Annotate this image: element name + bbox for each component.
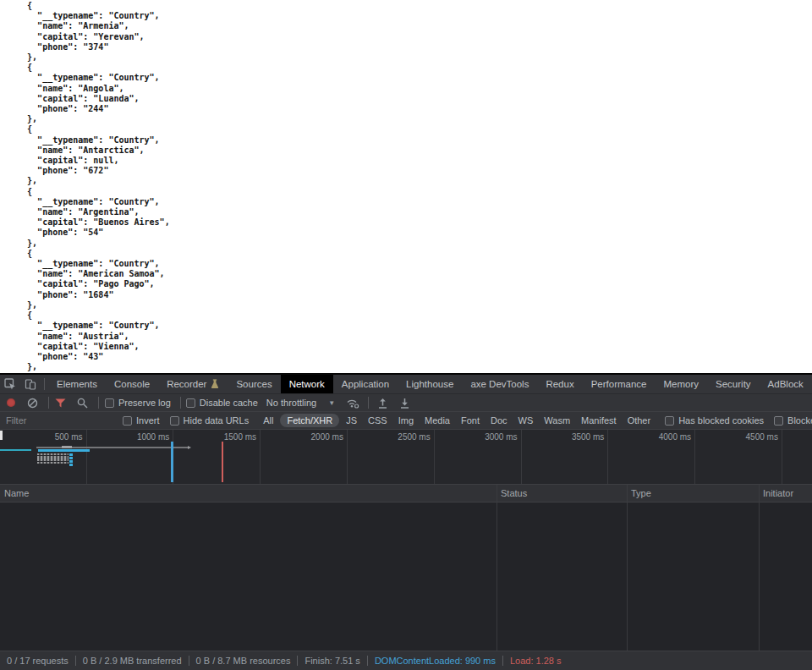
column-header-name[interactable]: Name xyxy=(0,485,497,502)
pill-ws[interactable]: WS xyxy=(514,414,538,427)
pill-all[interactable]: All xyxy=(259,414,277,427)
tab-label: Redux xyxy=(546,379,573,389)
pill-other[interactable]: Other xyxy=(623,414,656,427)
request-bar-gray-small xyxy=(62,446,72,448)
pill-media[interactable]: Media xyxy=(420,414,454,427)
toolbar-separator xyxy=(368,397,369,409)
statusbar-divider xyxy=(367,656,368,666)
blocked-requests-checkbox[interactable] xyxy=(774,416,783,426)
tab-recorder[interactable]: Recorder xyxy=(158,375,228,394)
device-toolbar-icon[interactable] xyxy=(20,375,41,394)
clear-icon[interactable] xyxy=(27,398,38,409)
tab-lighthouse[interactable]: Lighthouse xyxy=(398,375,462,394)
export-har-icon[interactable] xyxy=(399,398,410,409)
import-har-icon[interactable] xyxy=(377,398,388,409)
tab-sources[interactable]: Sources xyxy=(228,375,280,394)
request-bar-hatched xyxy=(37,456,69,458)
statusbar-divider xyxy=(297,656,298,666)
preserve-log-label[interactable]: Preserve log xyxy=(118,398,171,408)
request-tick-blue xyxy=(69,457,73,459)
filter-funnel-icon[interactable] xyxy=(55,398,66,408)
statusbar-divider xyxy=(502,656,503,666)
tab-label: Recorder xyxy=(167,379,206,389)
column-header-type[interactable]: Type xyxy=(627,485,759,502)
devtools-tabbar: ElementsConsoleRecorderSourcesNetworkApp… xyxy=(0,375,812,394)
search-icon[interactable] xyxy=(77,398,88,409)
network-conditions-icon[interactable] xyxy=(346,398,359,409)
timeline-tick-label: 4000 ms xyxy=(635,432,691,442)
pill-doc[interactable]: Doc xyxy=(486,414,512,427)
column-header-initiator[interactable]: Initiator xyxy=(759,485,812,502)
pill-manifest[interactable]: Manifest xyxy=(577,414,621,427)
disable-cache-checkbox[interactable] xyxy=(186,398,195,408)
preserve-log-checkbox[interactable] xyxy=(105,398,114,408)
inspect-icon[interactable] xyxy=(0,375,20,394)
tab-console[interactable]: Console xyxy=(106,375,158,394)
statusbar-divider xyxy=(75,656,76,666)
record-icon[interactable] xyxy=(7,398,15,407)
tab-application[interactable]: Application xyxy=(333,375,398,394)
statusbar-divider xyxy=(189,656,189,666)
request-tick-blue xyxy=(69,453,73,456)
tab-label: Memory xyxy=(664,379,700,389)
column-divider[interactable] xyxy=(497,485,497,651)
tab-adblock[interactable]: AdBlock xyxy=(760,375,812,394)
hide-data-urls-label[interactable]: Hide data URLs xyxy=(184,415,250,426)
pill-fetch-xhr[interactable]: Fetch/XHR xyxy=(280,414,339,427)
blocked-requests-label[interactable]: Blocked Requests xyxy=(787,415,812,426)
request-bar-arrow xyxy=(188,446,191,449)
pill-js[interactable]: JS xyxy=(342,414,361,427)
timeline-gridline xyxy=(607,430,608,484)
request-bar-teal xyxy=(0,449,31,451)
toolbar-separator xyxy=(98,397,99,409)
pill-css[interactable]: CSS xyxy=(364,414,392,427)
request-bar-gray-long xyxy=(36,447,189,448)
tab-memory[interactable]: Memory xyxy=(656,375,708,394)
timeline-tick-label: 4500 ms xyxy=(722,432,778,442)
tab-performance[interactable]: Performance xyxy=(583,375,656,394)
tab-security[interactable]: Security xyxy=(707,375,760,394)
tab-label: AdBlock xyxy=(768,379,804,389)
disable-cache-label[interactable]: Disable cache xyxy=(200,398,258,408)
column-header-status[interactable]: Status xyxy=(497,485,627,502)
pill-wasm[interactable]: Wasm xyxy=(540,414,574,427)
network-overview[interactable]: 500 ms1000 ms1500 ms2000 ms2500 ms3000 m… xyxy=(0,430,812,485)
timeline-tick-label: 3000 ms xyxy=(462,432,518,442)
dom-content-loaded-time: DOMContentLoaded: 990 ms xyxy=(375,656,496,666)
tab-redux[interactable]: Redux xyxy=(537,375,582,394)
timeline-gridline xyxy=(260,430,261,484)
tab-axe-devtools[interactable]: axe DevTools xyxy=(462,375,537,394)
pill-img[interactable]: Img xyxy=(394,414,418,427)
has-blocked-cookies-checkbox[interactable] xyxy=(665,416,674,426)
devtools-panel: ElementsConsoleRecorderSourcesNetworkApp… xyxy=(0,373,812,670)
throttling-select[interactable]: No throttling xyxy=(266,398,316,408)
invert-checkbox[interactable] xyxy=(123,416,132,426)
tab-label: Lighthouse xyxy=(406,379,453,389)
resources-size: 0 B / 8.7 MB resources xyxy=(196,656,291,666)
tab-label: Security xyxy=(716,379,751,389)
tab-label: Sources xyxy=(236,379,272,389)
tab-label: axe DevTools xyxy=(470,379,529,389)
request-type-pills: AllFetch/XHRJSCSSImgMediaFontDocWSWasmMa… xyxy=(259,414,655,427)
finish-time: Finish: 7.51 s xyxy=(304,656,359,666)
transferred-size: 0 B / 2.9 MB transferred xyxy=(83,656,182,666)
json-response-text: { "__typename": "Country", "name": "Arme… xyxy=(0,0,812,373)
timeline-gridline xyxy=(694,430,695,484)
tab-network[interactable]: Network xyxy=(281,375,333,394)
chevron-down-icon[interactable]: ▼ xyxy=(328,399,335,407)
has-blocked-cookies-label[interactable]: Has blocked cookies xyxy=(678,415,764,426)
request-bar-hatched xyxy=(37,462,69,464)
tab-label: Network xyxy=(289,379,325,389)
tab-elements[interactable]: Elements xyxy=(48,375,106,394)
request-bar-blue xyxy=(38,449,90,452)
hide-data-urls-checkbox[interactable] xyxy=(170,416,179,426)
requests-table-header: NameStatusTypeInitiator xyxy=(0,485,812,502)
invert-label[interactable]: Invert xyxy=(136,415,160,426)
filter-input[interactable] xyxy=(6,415,116,426)
column-divider[interactable] xyxy=(759,485,760,651)
recorder-experiment-icon xyxy=(211,379,219,389)
column-divider[interactable] xyxy=(627,485,628,651)
timeline-tick-label: 3500 ms xyxy=(548,432,604,442)
pill-font[interactable]: Font xyxy=(457,414,484,427)
requests-table-body[interactable] xyxy=(0,502,812,651)
